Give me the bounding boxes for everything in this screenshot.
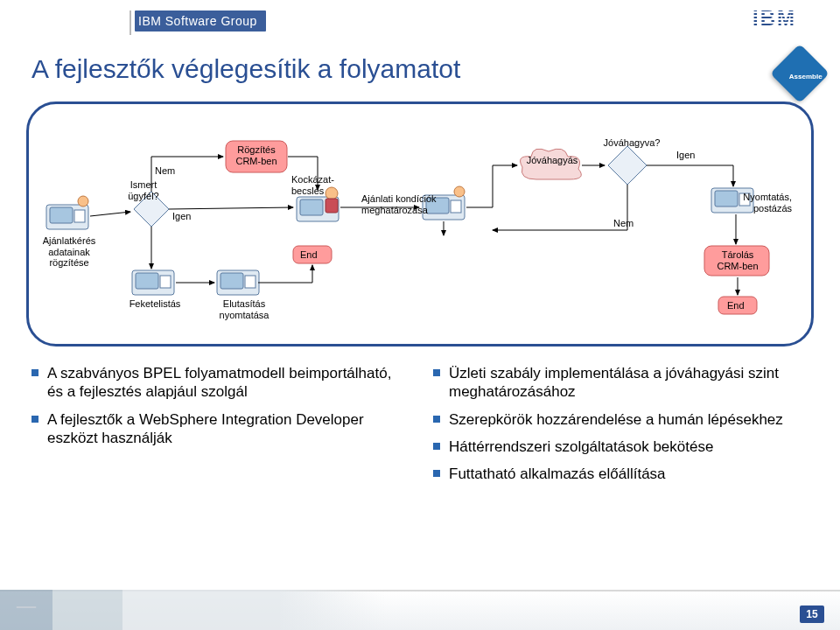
label-crm-record: Rögzítés CRM-ben [230, 144, 283, 166]
bullets-section: A szabványos BPEL folyamatmodell beimpor… [0, 354, 840, 492]
label-define-conditions: Ajánlati kondíciók meghatározása [361, 193, 458, 215]
header-accent [130, 10, 131, 35]
svg-rect-15 [326, 199, 338, 213]
bullet-item: Futtatható alkalmazás előállítása [433, 465, 808, 483]
svg-rect-2 [74, 210, 85, 222]
svg-rect-6 [136, 273, 158, 289]
page-number: 15 [800, 606, 824, 623]
label-risk-assess: Kockázat-becslés [291, 174, 349, 196]
label-known-customer: Ismert ügyfél? [122, 179, 165, 201]
bullet-item: Szerepkörök hozzárendelése a humán lépés… [433, 410, 808, 429]
label-end2: End [727, 300, 745, 312]
label-igen1: Igen [172, 211, 191, 222]
process-diagram: Ajánlatkérés adatainak rögzítése Ismert … [26, 102, 814, 346]
bullets-right-col: Üzleti szabály implementálása a jóváhagy… [433, 364, 808, 492]
bullet-item: Üzleti szabály implementálása a jóváhagy… [433, 364, 808, 402]
svg-line-27 [90, 212, 130, 216]
assemble-badge-label: Assemble [785, 55, 827, 80]
label-request-capture: Ajánlatkérés adatainak rögzítése [34, 235, 104, 269]
diagram-svg [29, 104, 816, 349]
svg-rect-1 [50, 207, 73, 223]
group-label: IBM Software Group [135, 10, 266, 32]
svg-rect-9 [220, 273, 243, 289]
footer: 15 [0, 590, 840, 630]
footer-decorative-image [0, 590, 280, 630]
label-nem1: Nem [155, 165, 175, 177]
svg-point-3 [78, 196, 88, 206]
svg-rect-7 [160, 276, 171, 288]
label-nem2: Nem [613, 218, 634, 229]
label-blacklist: Feketelistás [120, 298, 190, 310]
svg-marker-21 [608, 146, 647, 185]
page-title: A fejlesztők véglegesítik a folyamatot [0, 35, 840, 89]
bullets-left-col: A szabványos BPEL folyamatmodell beimpor… [32, 364, 407, 492]
label-igen2: Igen [676, 150, 695, 161]
label-approval: Jóváhagyás [521, 155, 584, 166]
label-print-mail: Nyomtatás, postázás [704, 192, 792, 214]
header: IBM Software Group IBM [0, 0, 840, 35]
label-approved-q: Jóváhagyva? [598, 137, 666, 149]
footer-fade [280, 590, 385, 630]
bullet-item: A szabványos BPEL folyamatmodell beimpor… [32, 364, 407, 402]
label-crm-store: Tárolás CRM-ben [710, 249, 766, 271]
ibm-logo-text: IBM [752, 6, 796, 31]
svg-line-28 [169, 207, 293, 209]
svg-rect-13 [300, 200, 323, 215]
svg-rect-10 [245, 276, 256, 288]
bullet-item: A fejlesztők a WebSphere Integration Dev… [32, 410, 407, 448]
bullet-item: Háttérrendszeri szolgáltatások bekötése [433, 438, 808, 456]
label-reject-print: Elutasítás nyomtatása [209, 298, 279, 320]
label-end1: End [300, 249, 318, 261]
